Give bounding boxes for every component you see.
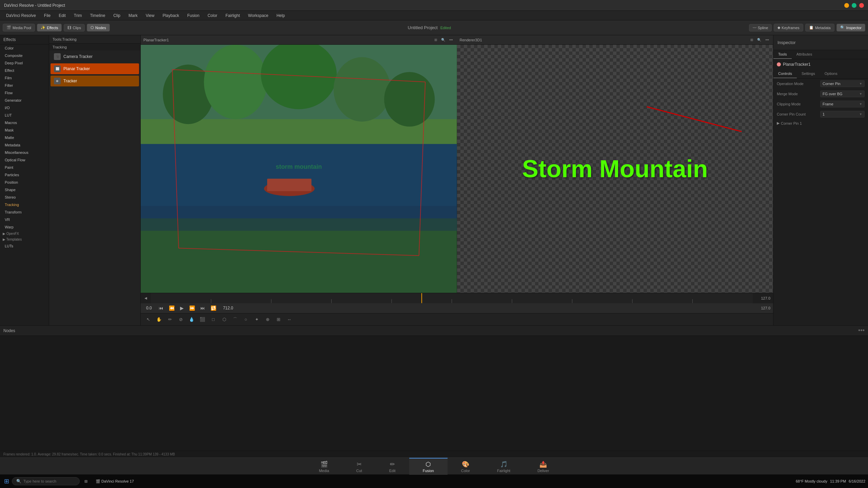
nodes-button[interactable]: ⬡Nodes: [87, 24, 110, 32]
tab-settings[interactable]: Settings: [797, 69, 820, 78]
menu-mark[interactable]: Mark: [125, 13, 141, 19]
right-more-btn[interactable]: •••: [764, 37, 770, 42]
menu-davinci[interactable]: DaVinci Resolve: [3, 13, 39, 19]
search-input[interactable]: [23, 479, 71, 483]
effects-stereo[interactable]: Stereo: [0, 194, 49, 201]
media-pool-button[interactable]: 🎬Media Pool: [3, 24, 35, 32]
effects-lut[interactable]: LUT: [0, 111, 49, 119]
play-btn[interactable]: ▶: [179, 305, 185, 311]
clips-button[interactable]: 🎞Clips: [64, 24, 84, 32]
page-fusion[interactable]: ⬡ Fusion: [409, 458, 448, 475]
menu-timeline[interactable]: Timeline: [86, 13, 108, 19]
page-deliver[interactable]: 📤 Deliver: [524, 458, 563, 475]
minimize-button[interactable]: [844, 3, 849, 8]
eraser-tool-btn[interactable]: ⊘: [176, 315, 185, 324]
scrubber-track[interactable]: [151, 293, 753, 303]
effects-openfx[interactable]: ▶ OpenFX: [0, 231, 49, 237]
prop-corner-pin-count-value[interactable]: 1 ▼: [820, 111, 865, 118]
effects-film[interactable]: Film: [0, 74, 49, 82]
right-zoom-btn[interactable]: 🔍: [756, 37, 763, 42]
effects-effect[interactable]: Effect: [0, 67, 49, 74]
page-cut[interactable]: ✂ Cut: [343, 458, 376, 475]
effects-warp[interactable]: Warp: [0, 223, 49, 231]
transform-tool-btn[interactable]: ↔: [284, 315, 294, 324]
circle-tool-btn[interactable]: ○: [241, 315, 251, 324]
crop-tool-btn[interactable]: ⬛: [198, 315, 207, 324]
effects-paint[interactable]: Paint: [0, 164, 49, 171]
page-media[interactable]: 🎬 Media: [305, 458, 343, 475]
grid-tool-btn[interactable]: ⊞: [274, 315, 283, 324]
search-bar[interactable]: 🔍: [12, 477, 80, 485]
effects-particles[interactable]: Particles: [0, 171, 49, 179]
nodes-more-btn[interactable]: •••: [858, 327, 865, 334]
select-tool-btn[interactable]: ↖: [143, 315, 153, 324]
page-fairlight[interactable]: 🎵 Fairlight: [484, 458, 524, 475]
prop-clipping-mode-value[interactable]: Frame ▼: [820, 101, 865, 107]
menu-file[interactable]: File: [41, 13, 54, 19]
bezier-tool-btn[interactable]: ⌒: [230, 315, 240, 324]
page-edit[interactable]: ✏ Edit: [376, 458, 409, 475]
warp-tool-btn[interactable]: ⊕: [263, 315, 272, 324]
menu-fairlight[interactable]: Fairlight: [222, 13, 243, 19]
effects-mask[interactable]: Mask: [0, 126, 49, 134]
win-start-btn[interactable]: ⊞: [3, 476, 11, 486]
eyedrop-tool-btn[interactable]: 💧: [187, 315, 196, 324]
loop-btn[interactable]: 🔁: [209, 305, 218, 311]
prop-operation-mode-value[interactable]: Corner Pin ▼: [820, 80, 865, 87]
poly-tool-btn[interactable]: ⬡: [219, 315, 229, 324]
left-viewer[interactable]: PlanarTracker1 ⊞ 🔍 •••: [141, 35, 457, 293]
effects-position[interactable]: Position: [0, 179, 49, 186]
paint-tool-btn[interactable]: ✏: [165, 315, 175, 324]
right-fit-btn[interactable]: ⊞: [749, 37, 754, 42]
effects-io[interactable]: I/O: [0, 104, 49, 111]
effects-generator[interactable]: Generator: [0, 97, 49, 104]
effects-optical-flow[interactable]: Optical Flow: [0, 156, 49, 164]
menu-clip[interactable]: Clip: [110, 13, 124, 19]
effects-matte[interactable]: Matte: [0, 134, 49, 141]
maximize-button[interactable]: [852, 3, 856, 8]
skip-start-btn[interactable]: ⏮: [157, 305, 165, 311]
menu-workspace[interactable]: Workspace: [245, 13, 272, 19]
close-button[interactable]: [859, 3, 864, 8]
corner-pin-1-section[interactable]: ▶ Corner Pin 1: [773, 119, 868, 127]
tool-planar-tracker[interactable]: ⬜ Planar Tracker: [51, 63, 139, 74]
effects-color[interactable]: Color: [0, 44, 49, 52]
menu-playback[interactable]: Playback: [159, 13, 182, 19]
rect-tool-btn[interactable]: □: [209, 315, 218, 324]
point-tool-btn[interactable]: ✦: [252, 315, 261, 324]
left-fit-btn[interactable]: ⊞: [433, 37, 438, 42]
tab-tools[interactable]: Tools: [773, 50, 792, 59]
effects-tracking[interactable]: Tracking: [0, 201, 49, 208]
right-viewer[interactable]: Renderer3D1 ⊞ 🔍 ••• Storm Mountain: [457, 35, 773, 293]
app-davinci[interactable]: 🎬 DaVinci Resolve 17: [92, 478, 137, 485]
tab-options[interactable]: Options: [820, 69, 842, 78]
tool-tracker[interactable]: ⊕ Tracker: [51, 76, 139, 86]
prop-merge-mode-value[interactable]: FG over BG ▼: [820, 90, 865, 97]
hand-tool-btn[interactable]: ✋: [154, 315, 164, 324]
step-fwd-btn[interactable]: ⏩: [188, 305, 196, 311]
left-zoom-btn[interactable]: 🔍: [440, 37, 447, 42]
tab-controls[interactable]: Controls: [773, 69, 797, 78]
effects-flow[interactable]: Flow: [0, 89, 49, 97]
effects-deep-pixel[interactable]: Deep Pixel: [0, 59, 49, 67]
effects-misc[interactable]: Miscellaneous: [0, 149, 49, 156]
effects-shape[interactable]: Shape: [0, 186, 49, 194]
effects-macros[interactable]: Macros: [0, 119, 49, 126]
effects-filter[interactable]: Filter: [0, 82, 49, 89]
spline-button[interactable]: 〰Spline: [749, 24, 772, 32]
effects-luts[interactable]: LUTs: [0, 242, 49, 250]
step-back-btn[interactable]: ⏪: [167, 305, 176, 311]
menu-view[interactable]: View: [142, 13, 158, 19]
effects-button[interactable]: ✨Effects: [37, 24, 62, 32]
menu-edit[interactable]: Edit: [55, 13, 69, 19]
effects-metadata[interactable]: Metadata: [0, 141, 49, 149]
scrubber[interactable]: ◀: [141, 293, 773, 303]
skip-end-btn[interactable]: ⏭: [199, 305, 206, 311]
inspector-button[interactable]: 🔍Inspector: [836, 24, 865, 32]
left-more-btn[interactable]: •••: [448, 37, 454, 42]
effects-transform[interactable]: Transform: [0, 208, 49, 216]
tab-attributes[interactable]: Attributes: [792, 50, 817, 59]
effects-vr[interactable]: VR: [0, 216, 49, 223]
effects-composite[interactable]: Composite: [0, 52, 49, 59]
effects-templates[interactable]: ▶ Templates: [0, 237, 49, 242]
